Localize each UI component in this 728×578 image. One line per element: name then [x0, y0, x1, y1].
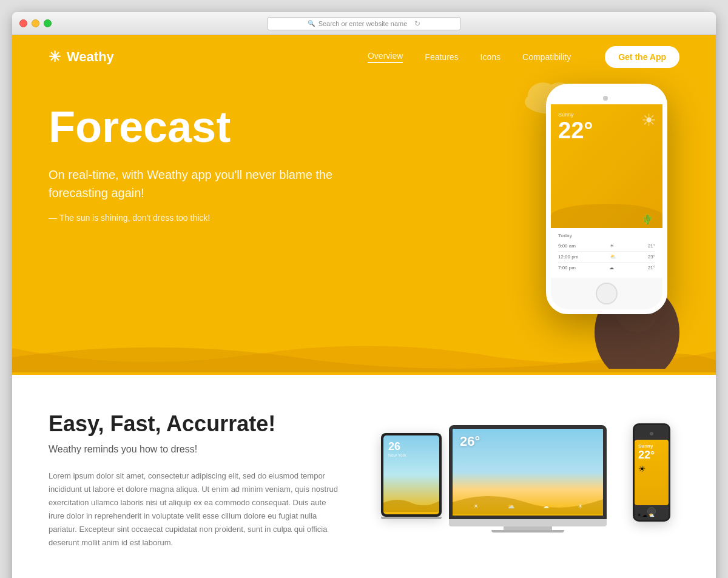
laptop-mockup: 26° ☀ ⛅ ☁ — [449, 425, 607, 533]
forecast-icon-1: ☀ — [610, 243, 614, 249]
hero-tagline: — The sun is shining, don't dress too th… — [49, 213, 340, 223]
hero-section: ✳ Weathy Overview Features Icons Compati… — [12, 35, 716, 375]
nav-compatibility[interactable]: Compatibility — [522, 52, 571, 62]
devices-container: 26° ☀ ⛅ ☁ — [376, 411, 679, 533]
browser-titlebar: 🔍 Search or enter website name ↻ — [12, 12, 716, 35]
navbar: ✳ Weathy Overview Features Icons Compati… — [12, 35, 716, 79]
phone-device: ☀ Sunny 22° 🌵 Today 9 — [546, 84, 667, 314]
features-text-block: Easy, Fast, Accurrate! Weathy reminds yo… — [49, 411, 340, 550]
forecast-row-2: 12:00 pm ⛅ 23° — [558, 252, 655, 263]
forecast-temp-1: 21° — [648, 243, 655, 249]
forecast-temp-2: 23° — [648, 254, 655, 260]
forecast-row-3: 7:00 pm ☁ 21° — [558, 263, 655, 273]
browser-content: ✳ Weathy Overview Features Icons Compati… — [12, 35, 716, 578]
nav-features[interactable]: Features — [425, 52, 458, 62]
refresh-icon[interactable]: ↻ — [414, 19, 420, 28]
phone-temp: 22° — [558, 119, 655, 142]
phone-forecast-list: Today 9:00 am ☀ 21° 12:00 pm ⛅ 23° — [551, 228, 662, 278]
get-app-button[interactable]: Get the App — [605, 46, 679, 68]
nav-icons[interactable]: Icons — [480, 52, 500, 62]
laptop-foot — [491, 530, 564, 533]
logo-icon: ✳ — [49, 49, 61, 66]
laptop-screen: 26° ☀ ⛅ ☁ — [449, 425, 607, 519]
browser-window: 🔍 Search or enter website name ↻ — [12, 12, 716, 578]
close-button-tl[interactable] — [19, 19, 27, 27]
forecast-row-1: 9:00 am ☀ 21° — [558, 241, 655, 252]
features-title: Easy, Fast, Accurrate! — [49, 411, 340, 437]
minimize-button-tl[interactable] — [32, 19, 39, 27]
laptop-wave — [453, 484, 603, 516]
tablet-wave — [383, 494, 439, 514]
laptop-screen-content: 26° ☀ ⛅ ☁ — [453, 429, 603, 516]
mobile-small-content: Sunny 22° ☀ — [635, 440, 669, 477]
search-icon: 🔍 — [308, 20, 315, 27]
tablet-bottom-bar — [381, 517, 442, 519]
fullscreen-button-tl[interactable] — [44, 19, 52, 27]
laptop-forecast-icons: ☀ ⛅ ☁ ☀ — [453, 503, 603, 509]
forecast-temp-3: 21° — [648, 265, 655, 271]
hero-subtitle: On real-time, with Weathy app you'll nev… — [49, 166, 340, 202]
phone-mockup: ☀ Sunny 22° 🌵 Today 9 — [546, 84, 667, 314]
laptop-temp: 26° — [460, 434, 480, 449]
forecast-time-2: 12:00 pm — [558, 254, 578, 260]
features-section: Easy, Fast, Accurrate! Weathy reminds yo… — [12, 375, 716, 578]
phone-condition: Sunny — [558, 112, 655, 118]
url-bar[interactable]: 🔍 Search or enter website name ↻ — [267, 17, 461, 30]
traffic-lights — [19, 19, 52, 27]
mobile-small-mockup: Sunny 22° ☀ ☀ ☁ ⛅ — [633, 423, 670, 522]
nav-links: Overview Features Icons Compatibility Ge… — [368, 46, 679, 68]
logo: ✳ Weathy — [49, 49, 114, 66]
phone-home-button[interactable] — [596, 283, 618, 304]
forecast-icon-3: ☁ — [609, 265, 614, 271]
laptop-base — [449, 519, 607, 526]
phone-cactus-icon: 🌵 — [641, 213, 653, 225]
features-subtitle: Weathy reminds you how to dress! — [49, 444, 340, 455]
hero-content: Forecast On real-time, with Weathy app y… — [12, 79, 376, 271]
laptop-weather-info: 26° — [460, 434, 480, 449]
hero-title: Forecast — [49, 103, 340, 151]
tablet-mockup: 26 New York — [381, 433, 442, 519]
phone-forecast-header: Today — [558, 233, 655, 238]
forecast-icon-2: ⛅ — [610, 254, 616, 260]
forecast-time-3: 7:00 pm — [558, 265, 576, 271]
phone-home-button-area — [551, 278, 662, 309]
forecast-time-1: 9:00 am — [558, 243, 576, 249]
tablet-temp: 26 New York — [388, 440, 406, 457]
logo-text: Weathy — [67, 49, 114, 65]
nav-overview[interactable]: Overview — [368, 51, 403, 63]
url-text: Search or enter website name — [318, 20, 408, 27]
features-body: Lorem ipsum dolor sit amet, consectetur … — [49, 469, 340, 550]
